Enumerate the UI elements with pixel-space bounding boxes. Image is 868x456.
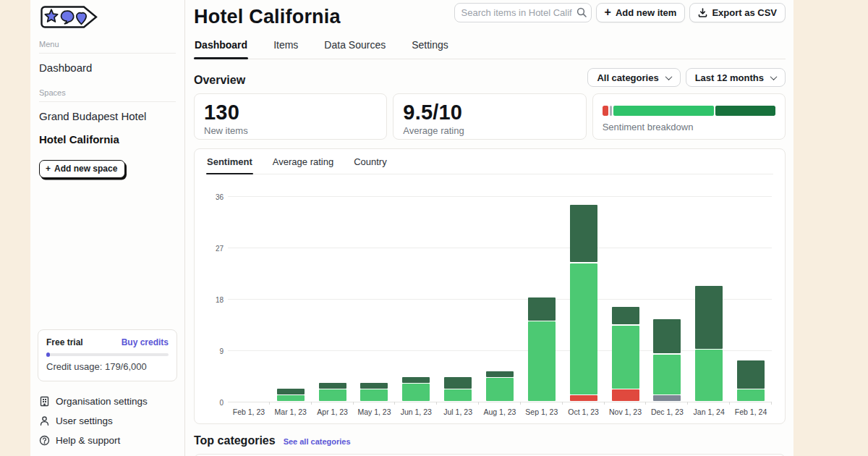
- chart-slot: [312, 190, 354, 401]
- bar-segment-neutral[interactable]: [653, 395, 681, 401]
- chart-tab-average-rating[interactable]: Average rating: [272, 149, 334, 174]
- see-all-categories-link[interactable]: See all categories: [284, 437, 351, 446]
- bar-segment-positive[interactable]: [612, 326, 639, 389]
- add-new-item-label: Add new item: [616, 7, 677, 18]
- sidebar-item-organisation-settings[interactable]: Organisation settings: [38, 392, 177, 411]
- bar-segment-positive[interactable]: [444, 389, 472, 401]
- bar-oct-1-23[interactable]: [570, 205, 597, 401]
- chart-slot: [228, 190, 270, 401]
- bar-jun-1-23[interactable]: [402, 377, 430, 402]
- bar-segment-very_positive[interactable]: [612, 307, 639, 324]
- x-tick-label: Jul 1, 23: [437, 408, 479, 416]
- bar-segment-positive[interactable]: [319, 389, 346, 401]
- bar-segment-very_positive[interactable]: [695, 286, 723, 349]
- bar-nov-1-23[interactable]: [612, 307, 639, 401]
- y-tick-label: 18: [206, 296, 224, 304]
- chart-tab-country[interactable]: Country: [353, 149, 388, 174]
- x-tick-label: Dec 1, 23: [646, 408, 688, 416]
- export-csv-button[interactable]: Export as CSV: [689, 3, 786, 22]
- y-tick-label: 27: [206, 245, 224, 253]
- add-new-space-label: Add new space: [54, 164, 117, 174]
- search-input[interactable]: [454, 3, 592, 22]
- bar-segment-very_positive[interactable]: [277, 389, 305, 394]
- bar-may-1-23[interactable]: [360, 383, 388, 402]
- bar-segment-positive[interactable]: [695, 350, 723, 401]
- sidebar-space-hotel-california[interactable]: Hotel California: [39, 125, 176, 148]
- help-icon: [39, 435, 50, 446]
- chart-slot: [688, 190, 730, 401]
- bar-segment-positive[interactable]: [737, 389, 765, 401]
- bar-segment-positive[interactable]: [277, 395, 305, 401]
- chart-plot-area: [228, 190, 772, 402]
- chart-tabs: Sentiment Average rating Country: [206, 149, 773, 174]
- bar-feb-1-24[interactable]: [737, 360, 765, 402]
- bar-apr-1-23[interactable]: [319, 383, 346, 402]
- x-axis-tick: [729, 402, 730, 405]
- bar-sep-1-23[interactable]: [528, 297, 556, 402]
- x-axis-tick: [394, 402, 395, 405]
- x-tick-label: Sep 1, 23: [521, 408, 563, 416]
- bar-segment-very_positive[interactable]: [737, 360, 765, 389]
- bar-segment-very_positive[interactable]: [360, 383, 388, 389]
- bar-segment-very_positive[interactable]: [528, 297, 556, 321]
- sentiment-chart: 09182736 Feb 1, 23Mar 1, 23Apr 1, 23May …: [206, 190, 773, 418]
- bar-segment-negative[interactable]: [570, 395, 597, 401]
- bar-mar-1-23[interactable]: [277, 389, 305, 402]
- sidebar-item-user-settings[interactable]: User settings: [38, 411, 177, 431]
- tab-dashboard[interactable]: Dashboard: [194, 39, 248, 59]
- chart-slot: [354, 190, 396, 401]
- tab-data-sources[interactable]: Data Sources: [323, 39, 386, 59]
- export-csv-label: Export as CSV: [712, 7, 777, 18]
- free-trial-card: Free trial Buy credits Credit usage: 179…: [38, 329, 177, 381]
- bar-segment-positive[interactable]: [360, 389, 388, 401]
- bar-segment-positive[interactable]: [570, 263, 597, 394]
- bar-segment-very_positive[interactable]: [319, 383, 346, 389]
- bar-segment-very_positive[interactable]: [402, 377, 430, 383]
- sentiment-breakdown-bar: [603, 106, 775, 116]
- x-tick-label: Mar 1, 23: [270, 408, 312, 416]
- bar-segment-very_positive[interactable]: [570, 205, 597, 262]
- bar-segment-very_positive[interactable]: [486, 371, 514, 377]
- bar-segment-positive[interactable]: [653, 355, 681, 394]
- chart-slot: [479, 190, 521, 401]
- add-new-space-button[interactable]: + Add new space: [39, 160, 125, 178]
- category-filter-dropdown[interactable]: All categories: [587, 68, 680, 87]
- bar-segment-negative[interactable]: [612, 389, 639, 401]
- building-icon: [39, 396, 50, 407]
- bar-segment-positive[interactable]: [402, 384, 430, 401]
- free-trial-label: Free trial: [46, 337, 83, 347]
- bar-segment-very_positive[interactable]: [444, 377, 472, 389]
- chart-slot: [563, 190, 605, 401]
- tab-items[interactable]: Items: [273, 39, 299, 59]
- tab-settings[interactable]: Settings: [411, 39, 449, 59]
- x-tick-label: Apr 1, 23: [312, 408, 354, 416]
- bar-segment-positive[interactable]: [528, 321, 556, 401]
- menu-section-label: Menu: [39, 40, 176, 54]
- x-tick-label: Nov 1, 23: [605, 408, 647, 416]
- chart-slot: [521, 190, 563, 401]
- bar-segment-very_positive[interactable]: [653, 319, 681, 353]
- date-range-dropdown[interactable]: Last 12 months: [686, 68, 786, 87]
- buy-credits-link[interactable]: Buy credits: [122, 337, 169, 347]
- search-box: [454, 3, 592, 22]
- average-rating-value: 9.5/10: [403, 101, 576, 124]
- sidebar-item-help-support[interactable]: Help & support: [38, 431, 177, 450]
- add-new-item-button[interactable]: + Add new item: [596, 3, 686, 22]
- search-icon: [576, 7, 587, 17]
- bar-aug-1-23[interactable]: [486, 371, 514, 402]
- sidebar-space-grand-budapest[interactable]: Grand Budapest Hotel: [39, 102, 176, 125]
- chart-tab-sentiment[interactable]: Sentiment: [206, 149, 253, 174]
- x-axis-tick: [269, 402, 270, 405]
- chart-slot: [437, 190, 479, 401]
- bar-segment-positive[interactable]: [486, 378, 514, 401]
- x-axis-tick: [562, 402, 563, 405]
- bar-dec-1-23[interactable]: [653, 319, 681, 401]
- plus-icon: +: [46, 164, 51, 174]
- app-logo[interactable]: [39, 6, 98, 28]
- bar-jul-1-23[interactable]: [444, 377, 472, 402]
- x-axis-tick: [520, 402, 521, 405]
- bar-jan-1-24[interactable]: [695, 286, 723, 402]
- chart-slot: [646, 190, 688, 401]
- chart-slot: [605, 190, 647, 401]
- sidebar-item-dashboard[interactable]: Dashboard: [39, 54, 176, 77]
